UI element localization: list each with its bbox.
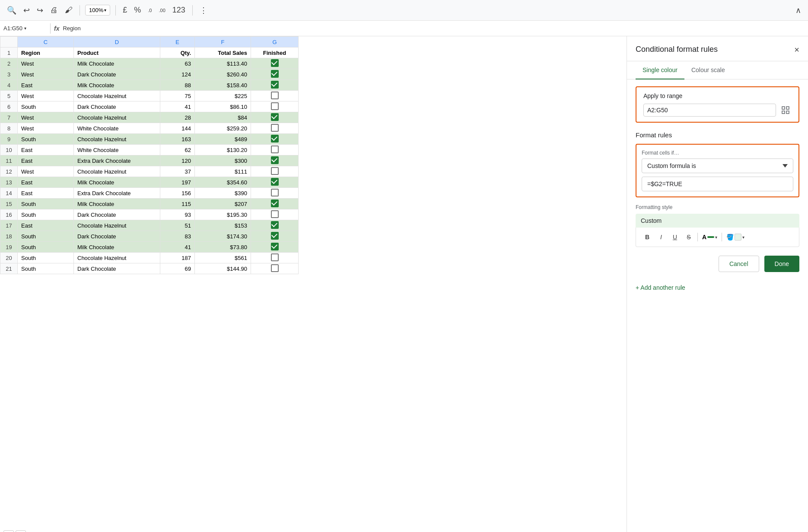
scroll-left-arrow[interactable]: ◀: [3, 530, 14, 532]
add-another-rule-button[interactable]: + Add another rule: [636, 281, 799, 294]
cell-region[interactable]: South: [18, 242, 74, 253]
cell-product[interactable]: Extra Dark Chocolate: [74, 155, 160, 166]
cell-finished[interactable]: [251, 69, 299, 80]
cell-product[interactable]: Milk Chocolate: [74, 80, 160, 91]
cell-product[interactable]: Milk Chocolate: [74, 177, 160, 188]
number-format-icon[interactable]: 123: [171, 4, 187, 16]
cell-total[interactable]: $259.20: [195, 123, 251, 134]
checkbox-checked[interactable]: [271, 135, 279, 142]
cell-total[interactable]: $489: [195, 134, 251, 145]
cell-region[interactable]: West: [18, 166, 74, 177]
cell-total[interactable]: $300: [195, 155, 251, 166]
cell-qty[interactable]: 69: [160, 263, 195, 274]
checkbox-unchecked[interactable]: [271, 92, 279, 99]
cell-finished[interactable]: [251, 91, 299, 101]
strikethrough-button[interactable]: S: [683, 231, 695, 243]
cell-finished[interactable]: [251, 166, 299, 177]
cell-finished[interactable]: [251, 145, 299, 155]
checkbox-unchecked[interactable]: [271, 253, 279, 261]
cell-product[interactable]: White Chocolate: [74, 123, 160, 134]
cell-product[interactable]: Chocolate Hazelnut: [74, 134, 160, 145]
currency-icon[interactable]: £: [121, 4, 129, 16]
cell-region[interactable]: South: [18, 253, 74, 263]
checkbox-checked[interactable]: [271, 221, 279, 229]
header-total[interactable]: Total Sales: [195, 48, 251, 58]
cell-product[interactable]: Dark Chocolate: [74, 101, 160, 112]
cell-region[interactable]: West: [18, 58, 74, 69]
cell-finished[interactable]: [251, 58, 299, 69]
cell-region[interactable]: East: [18, 188, 74, 199]
checkbox-unchecked[interactable]: [271, 102, 279, 110]
decimal-decrease-icon[interactable]: .0: [146, 6, 153, 15]
cell-finished[interactable]: [251, 263, 299, 274]
cell-total[interactable]: $390: [195, 188, 251, 199]
checkbox-checked[interactable]: [271, 156, 279, 164]
more-icon[interactable]: ⋮: [198, 4, 209, 17]
cell-qty[interactable]: 28: [160, 112, 195, 123]
search-icon[interactable]: 🔍: [5, 4, 18, 17]
cell-qty[interactable]: 75: [160, 91, 195, 101]
cell-total[interactable]: $113.40: [195, 58, 251, 69]
cell-total[interactable]: $144.90: [195, 263, 251, 274]
cell-region[interactable]: South: [18, 209, 74, 220]
cell-finished[interactable]: [251, 112, 299, 123]
col-header-c[interactable]: C: [18, 37, 74, 48]
cell-product[interactable]: Dark Chocolate: [74, 263, 160, 274]
header-qty[interactable]: Qty.: [160, 48, 195, 58]
tab-colour-scale[interactable]: Colour scale: [684, 61, 732, 79]
cell-qty[interactable]: 197: [160, 177, 195, 188]
cell-region[interactable]: West: [18, 112, 74, 123]
cell-qty[interactable]: 187: [160, 253, 195, 263]
cell-qty[interactable]: 124: [160, 69, 195, 80]
cell-finished[interactable]: [251, 231, 299, 242]
cancel-button[interactable]: Cancel: [719, 256, 759, 272]
checkbox-checked[interactable]: [271, 113, 279, 121]
cell-qty[interactable]: 41: [160, 242, 195, 253]
cell-finished[interactable]: [251, 123, 299, 134]
cell-region[interactable]: East: [18, 80, 74, 91]
cell-qty[interactable]: 41: [160, 101, 195, 112]
cell-qty[interactable]: 156: [160, 188, 195, 199]
cell-finished[interactable]: [251, 101, 299, 112]
header-region[interactable]: Region: [18, 48, 74, 58]
cell-total[interactable]: $225: [195, 91, 251, 101]
text-color-button[interactable]: A ▾: [700, 232, 719, 242]
header-product[interactable]: Product: [74, 48, 160, 58]
cell-region[interactable]: West: [18, 69, 74, 80]
cell-finished[interactable]: [251, 253, 299, 263]
range-grid-icon[interactable]: [779, 104, 792, 116]
cell-total[interactable]: $86.10: [195, 101, 251, 112]
cell-total[interactable]: $73.80: [195, 242, 251, 253]
col-header-e[interactable]: E: [160, 37, 195, 48]
done-button[interactable]: Done: [764, 256, 799, 272]
cell-finished[interactable]: [251, 80, 299, 91]
cell-region[interactable]: South: [18, 263, 74, 274]
cell-total[interactable]: $260.40: [195, 69, 251, 80]
cell-qty[interactable]: 88: [160, 80, 195, 91]
cell-qty[interactable]: 62: [160, 145, 195, 155]
cell-total[interactable]: $207: [195, 199, 251, 209]
zoom-button[interactable]: 100% ▾: [85, 5, 110, 16]
checkbox-unchecked[interactable]: [271, 264, 279, 272]
cell-total[interactable]: $195.30: [195, 209, 251, 220]
cell-qty[interactable]: 83: [160, 231, 195, 242]
checkbox-unchecked[interactable]: [271, 146, 279, 153]
cell-product[interactable]: Extra Dark Chocolate: [74, 188, 160, 199]
cell-product[interactable]: Dark Chocolate: [74, 69, 160, 80]
checkbox-unchecked[interactable]: [271, 210, 279, 218]
checkbox-checked[interactable]: [271, 232, 279, 240]
cell-product[interactable]: Chocolate Hazelnut: [74, 253, 160, 263]
scroll-right-arrow[interactable]: ▶: [16, 530, 26, 532]
cell-region[interactable]: East: [18, 220, 74, 231]
undo-icon[interactable]: ↩: [22, 4, 32, 17]
collapse-icon[interactable]: ∧: [794, 4, 803, 16]
checkbox-checked[interactable]: [271, 200, 279, 207]
percent-icon[interactable]: %: [132, 4, 143, 16]
cell-region[interactable]: South: [18, 101, 74, 112]
cell-finished[interactable]: [251, 155, 299, 166]
formula-input-field[interactable]: [642, 177, 793, 191]
decimal-increase-icon[interactable]: .00: [157, 6, 167, 15]
cell-product[interactable]: White Chocolate: [74, 145, 160, 155]
cell-region[interactable]: South: [18, 134, 74, 145]
bold-button[interactable]: B: [641, 231, 653, 243]
